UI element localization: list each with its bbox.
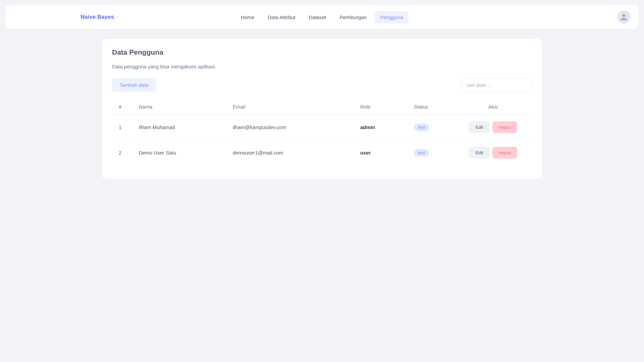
edit-button[interactable]: Edit: [469, 121, 490, 133]
avatar-icon: [619, 12, 629, 22]
status-badge: Aktif: [414, 149, 429, 157]
nav-item-data-attribut[interactable]: Data Attribut: [262, 11, 301, 23]
action-group: Edit Hapus: [461, 121, 525, 133]
main-card: Data Pengguna Data pengguna yang bisa me…: [102, 39, 542, 179]
user-avatar[interactable]: [617, 10, 631, 24]
status-badge: Aktif: [414, 124, 429, 131]
table-header-num: #: [112, 99, 132, 115]
delete-button[interactable]: Hapus: [492, 121, 517, 133]
page-title: Data Pengguna: [112, 48, 532, 56]
topbar: Naive Bayes Home Data Attribut Dataset P…: [5, 5, 639, 29]
brand-logo[interactable]: Naive Bayes: [80, 14, 114, 20]
table-row: 1 Ilham Muhamad ilham@kampusdev.com admi…: [112, 115, 532, 140]
delete-button[interactable]: Hapus: [492, 147, 517, 159]
nav-item-dataset[interactable]: Dataset: [304, 11, 332, 23]
table-header-role: Role: [354, 99, 407, 115]
cell-role: admin: [360, 124, 375, 130]
table-header-action: Aksi: [454, 99, 532, 115]
cell-name: Ilham Muhamad: [132, 115, 226, 140]
page-subtitle: Data pengguna yang bisa mengakses aplika…: [112, 64, 532, 69]
users-table: # Nama Email Role Status Aksi 1 Ilham Mu…: [112, 99, 532, 165]
search-input[interactable]: [462, 78, 532, 92]
add-data-button[interactable]: Tambah data: [112, 78, 156, 92]
nav-item-home[interactable]: Home: [235, 11, 260, 23]
cell-name: Demo User Satu: [132, 140, 226, 166]
nav-item-perhitungan[interactable]: Perhitungan: [334, 11, 372, 23]
edit-button[interactable]: Edit: [469, 147, 490, 159]
cell-email: demouser1@mail.com: [226, 140, 354, 166]
main-nav: Home Data Attribut Dataset Perhitungan P…: [235, 11, 409, 23]
nav-item-pengguna[interactable]: Pengguna: [375, 11, 408, 23]
action-group: Edit Hapus: [461, 147, 525, 159]
table-header-status: Status: [407, 99, 454, 115]
table-row: 2 Demo User Satu demouser1@mail.com user…: [112, 140, 532, 166]
cell-num: 2: [112, 140, 132, 166]
toolbar: Tambah data: [112, 78, 532, 92]
table-header-email: Email: [226, 99, 354, 115]
cell-email: ilham@kampusdev.com: [226, 115, 354, 140]
table-header-name: Nama: [132, 99, 226, 115]
cell-num: 1: [112, 115, 132, 140]
cell-role: user: [360, 150, 371, 156]
